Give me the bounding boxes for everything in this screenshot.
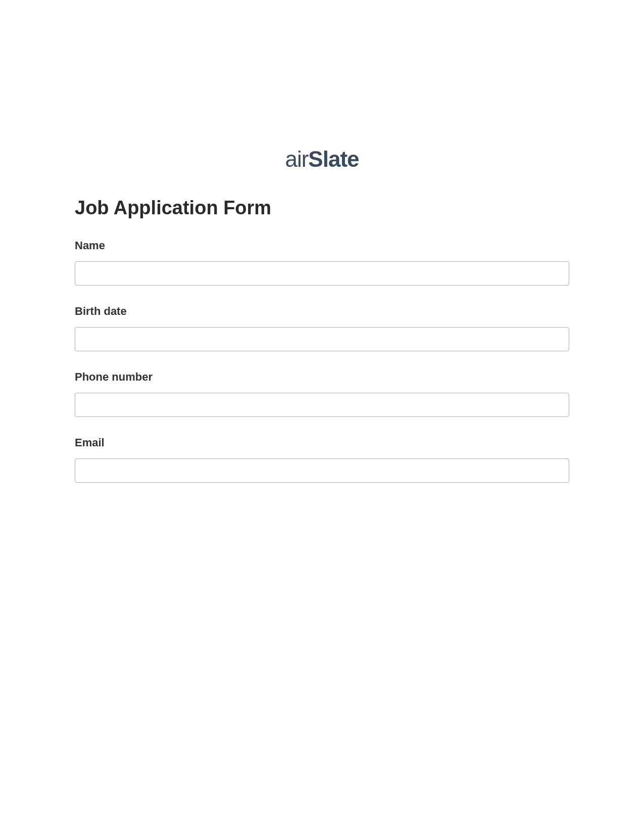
logo-prefix: air	[285, 147, 308, 171]
field-email: Email	[75, 436, 569, 483]
input-phone-number[interactable]	[75, 393, 569, 417]
label-name: Name	[75, 239, 569, 252]
form-title: Job Application Form	[75, 197, 569, 219]
field-phone-number: Phone number	[75, 370, 569, 417]
field-name: Name	[75, 239, 569, 286]
form-content: Job Application Form Name Birth date Pho…	[0, 197, 644, 483]
logo-suffix: Slate	[308, 147, 359, 171]
form-container: airSlate Job Application Form Name Birth…	[0, 0, 644, 483]
input-name[interactable]	[75, 261, 569, 286]
label-birth-date: Birth date	[75, 305, 569, 318]
input-email[interactable]	[75, 458, 569, 483]
field-birth-date: Birth date	[75, 305, 569, 351]
airslate-logo: airSlate	[285, 147, 359, 172]
label-email: Email	[75, 436, 569, 449]
logo-wrapper: airSlate	[0, 147, 644, 172]
input-birth-date[interactable]	[75, 327, 569, 351]
label-phone-number: Phone number	[75, 370, 569, 384]
